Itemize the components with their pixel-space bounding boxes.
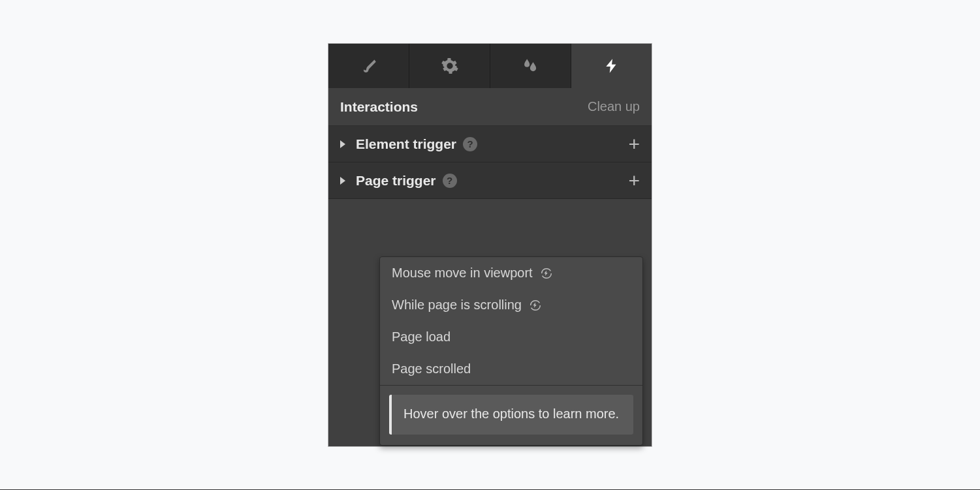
brush-icon — [360, 57, 378, 75]
interactions-panel: Interactions Clean up Element trigger ? … — [328, 44, 652, 446]
page-trigger-label: Page trigger — [356, 173, 436, 189]
menu-hint-wrap: Hover over the options to learn more. — [380, 386, 642, 445]
help-icon[interactable]: ? — [443, 174, 457, 188]
continuous-icon — [528, 298, 543, 313]
menu-item-page-load[interactable]: Page load — [380, 321, 642, 353]
continuous-icon — [539, 266, 554, 281]
element-trigger-label: Element trigger — [356, 136, 456, 152]
tab-style[interactable] — [328, 44, 409, 88]
menu-item-page-scrolled[interactable]: Page scrolled — [380, 353, 642, 385]
menu-item-mouse-move[interactable]: Mouse move in viewport — [380, 257, 642, 289]
menu-item-label: While page is scrolling — [392, 298, 522, 313]
tab-interactions[interactable] — [571, 44, 652, 88]
cleanup-button[interactable]: Clean up — [588, 99, 640, 114]
menu-item-label: Page scrolled — [392, 361, 471, 376]
panel-header: Interactions Clean up — [328, 88, 652, 126]
help-icon[interactable]: ? — [463, 137, 477, 151]
bolt-icon — [603, 57, 621, 75]
menu-item-label: Mouse move in viewport — [392, 266, 533, 281]
page-trigger-row[interactable]: Page trigger ? + — [328, 162, 652, 199]
panel-tab-row — [328, 44, 652, 88]
panel-title: Interactions — [340, 99, 418, 115]
menu-item-label: Page load — [392, 329, 450, 345]
droplets-icon — [522, 57, 540, 75]
caret-right-icon — [340, 177, 345, 185]
add-element-trigger-button[interactable]: + — [628, 134, 640, 154]
tab-settings[interactable] — [409, 44, 490, 88]
gear-icon — [441, 57, 459, 75]
add-page-trigger-button[interactable]: + — [628, 171, 640, 191]
menu-item-while-scrolling[interactable]: While page is scrolling — [380, 289, 642, 321]
tab-effects[interactable] — [490, 44, 571, 88]
menu-hint: Hover over the options to learn more. — [389, 395, 633, 435]
caret-right-icon — [340, 140, 345, 148]
page-trigger-menu: Mouse move in viewport While page is scr… — [379, 256, 643, 446]
element-trigger-row[interactable]: Element trigger ? + — [328, 126, 652, 162]
